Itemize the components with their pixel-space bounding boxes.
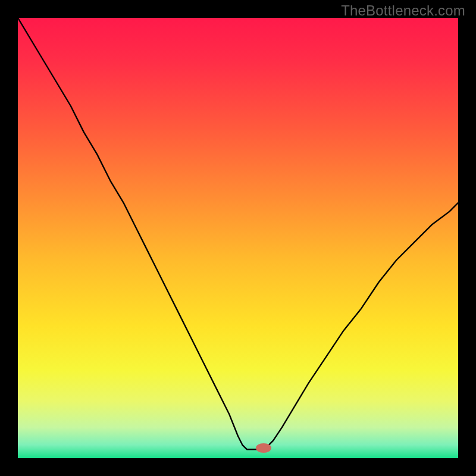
gradient-background (18, 18, 458, 458)
watermark-text: TheBottleneck.com (341, 2, 465, 19)
plot-area (18, 18, 458, 458)
chart-frame: TheBottleneck.com (0, 0, 476, 476)
optimum-marker (256, 443, 271, 453)
bottleneck-chart-svg (18, 18, 458, 458)
